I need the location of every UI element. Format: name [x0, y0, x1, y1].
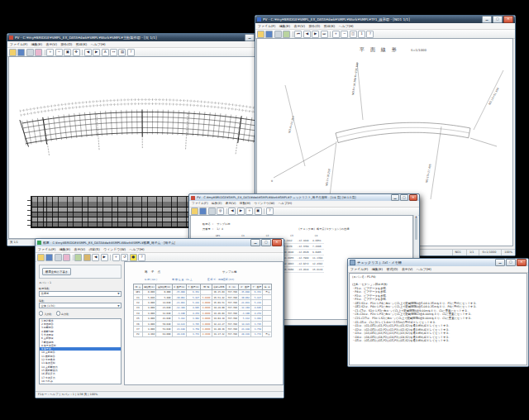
- notepad-titlebar[interactable]: チェックリスト.txt - メモ帳 ▁ ▢ ✕: [348, 259, 528, 266]
- notepad-minimize-button[interactable]: ▁: [495, 259, 505, 266]
- coords-scrollbar-thumb[interactable]: [415, 218, 418, 240]
- menu-item-e[interactable]: 編集(E): [60, 246, 70, 252]
- preview-icon[interactable]: [63, 254, 70, 261]
- fit-icon[interactable]: ▣: [255, 208, 262, 215]
- zoom-out-icon[interactable]: −: [55, 49, 63, 56]
- save-icon[interactable]: [265, 31, 273, 38]
- coords-minimize-button[interactable]: ▁: [391, 194, 399, 201]
- measure-icon[interactable]: ↔: [110, 49, 117, 56]
- prev-page-icon[interactable]: ◀: [228, 208, 236, 215]
- pv-titlebar[interactable]: PV - C:¥my¥BRIDGE¥SMPL_EX_DATA¥dwk¥SMPL¥…: [255, 16, 515, 23]
- text-icon[interactable]: A: [102, 49, 109, 56]
- open-icon[interactable]: [257, 31, 264, 38]
- zoom-icon[interactable]: +: [112, 254, 120, 261]
- paste-icon[interactable]: [83, 254, 91, 261]
- report-type-select[interactable]: 全体 (1/36) ▼: [39, 303, 122, 308]
- menu-item-f[interactable]: ファイル(F): [38, 246, 55, 252]
- open-icon[interactable]: [191, 208, 198, 215]
- pv-minimize-button[interactable]: ▁: [482, 16, 492, 23]
- pv-maximize-button[interactable]: ▢: [493, 16, 503, 23]
- menu-item-f[interactable]: ファイル(F): [350, 266, 368, 272]
- refresh-icon[interactable]: ↺: [121, 254, 128, 261]
- zoom-in-icon[interactable]: +: [46, 49, 54, 56]
- pan-icon[interactable]: ✥: [73, 49, 80, 56]
- report-item-list[interactable]: 1 設計条件2 平面線形3 縦断線形4 横断勾配5 支点配置6 主桁配置7 断面…: [39, 318, 122, 384]
- copy-icon[interactable]: [283, 31, 290, 38]
- cad-minimize-button[interactable]: ▁: [245, 34, 255, 41]
- zoom-fit-icon[interactable]: ▣: [64, 49, 71, 56]
- report-minimize-button[interactable]: ▁: [250, 239, 260, 246]
- report-close-button[interactable]: ✕: [272, 239, 282, 246]
- report-titlebar[interactable]: 帳票 - C:¥my¥BRIDGE¥SMPL_EX_DATA¥dwk¥SMPL¥…: [36, 239, 284, 246]
- menu-item-h[interactable]: ヘルプ(H): [130, 246, 145, 252]
- report-kind-select[interactable]: 座標系 ▼: [39, 291, 122, 297]
- next-page-icon[interactable]: ▶: [312, 31, 319, 38]
- copy-icon[interactable]: [74, 254, 82, 261]
- report-document[interactable]: 格 子 点 サンプル橋 G 線 ( G1 ) 断 面 位 置 : CL 上 座 …: [124, 261, 284, 385]
- next-page-icon[interactable]: ▶: [237, 208, 245, 215]
- menu-item-o[interactable]: 操作(O): [60, 41, 72, 47]
- menu-item-e[interactable]: 編集(E): [212, 201, 222, 207]
- menu-item-v[interactable]: 表示(V): [402, 266, 412, 272]
- menu-item-h[interactable]: ヘルプ(H): [91, 41, 106, 47]
- preview-icon[interactable]: [35, 49, 42, 56]
- next-page-icon[interactable]: ▶: [93, 49, 100, 56]
- zoom-out-icon[interactable]: −: [341, 31, 348, 38]
- next-icon[interactable]: ▶: [101, 254, 108, 261]
- notepad-text-area[interactable]: (スパン名 : P1-P4) (主桁・セクション設定方法)・P1は、ピアデータを…: [349, 273, 527, 365]
- cad-titlebar[interactable]: PV - C:¥my¥BRIDGE¥SMPL_EX_DATA¥dwk¥SMPL¥…: [7, 34, 278, 41]
- prev-page-icon[interactable]: ◀: [84, 49, 92, 56]
- save-icon[interactable]: [45, 254, 53, 261]
- open-icon[interactable]: [9, 49, 17, 56]
- help-icon[interactable]: ?: [138, 254, 145, 261]
- notepad-close-button[interactable]: ✕: [517, 259, 527, 266]
- find-icon[interactable]: ◎: [217, 208, 224, 215]
- menu-item-o[interactable]: 書式(O): [386, 266, 398, 272]
- menu-item-v[interactable]: 表示(V): [45, 41, 56, 47]
- menu-item-e[interactable]: 編集(E): [372, 266, 383, 272]
- mark-icon[interactable]: ●: [130, 254, 137, 261]
- menu-item-w[interactable]: ウィンドウ(W): [254, 201, 274, 207]
- order-input-radio[interactable]: 入力順: [39, 311, 52, 316]
- menu-item-v[interactable]: 表示(V): [293, 23, 304, 29]
- print-icon[interactable]: [274, 31, 282, 38]
- report-maximize-button[interactable]: ▢: [261, 239, 271, 246]
- menu-item-h[interactable]: ヘルプ(H): [417, 266, 431, 272]
- save-icon[interactable]: [199, 208, 207, 215]
- layer-icon[interactable]: ▤: [118, 49, 126, 56]
- menu-item-f[interactable]: ファイル(F): [10, 41, 27, 47]
- draft-print-button[interactable]: 帳票全般の下書き: [42, 268, 71, 275]
- order-output-radio[interactable]: 出力順: [56, 311, 69, 316]
- menu-item-o[interactable]: 操作(O): [308, 23, 320, 29]
- coords-close-button[interactable]: ✕: [409, 194, 417, 201]
- print-icon[interactable]: [208, 208, 216, 215]
- help-icon[interactable]: ?: [127, 49, 135, 56]
- prev-page-icon[interactable]: ◀: [303, 31, 311, 38]
- coords-titlebar[interactable]: PV - C:¥my¥BRIDGE¥SMPL_EX_DATA¥dwk¥SMPL¥…: [189, 194, 419, 201]
- menu-item-h[interactable]: ヘルプ(H): [279, 201, 293, 207]
- menu-item-k[interactable]: 罫線(K): [324, 23, 335, 29]
- coords-scroll-up-icon[interactable]: ▲: [414, 215, 418, 218]
- fit-width-icon[interactable]: ◫: [350, 31, 357, 38]
- menu-item-m[interactable]: 移動(M): [240, 201, 250, 207]
- save-icon[interactable]: [17, 49, 25, 56]
- help-icon[interactable]: ?: [366, 31, 374, 38]
- page-num-icon[interactable]: 1: [358, 31, 365, 38]
- print-icon[interactable]: [26, 49, 34, 56]
- first-page-icon[interactable]: ⏮: [294, 31, 302, 38]
- list-item[interactable]: 19 影響線: [40, 383, 121, 384]
- menu-item-e[interactable]: 編集(E): [31, 41, 42, 47]
- menu-item-w[interactable]: ウィンドウ(W): [103, 246, 126, 252]
- notepad-maximize-button[interactable]: ▢: [506, 259, 516, 266]
- zoom-icon[interactable]: +: [245, 208, 253, 215]
- prev-icon[interactable]: ◀: [92, 254, 99, 261]
- menu-item-f[interactable]: ファイル(F): [192, 201, 208, 207]
- menu-item-h[interactable]: ヘルプ(H): [339, 23, 354, 29]
- pv-close-button[interactable]: ✕: [503, 16, 513, 23]
- open-icon[interactable]: [37, 254, 45, 261]
- zoom-in-icon[interactable]: +: [332, 31, 340, 38]
- menu-item-f[interactable]: ファイル(F): [258, 23, 275, 29]
- last-page-icon[interactable]: ⏭: [321, 31, 328, 38]
- menu-item-e[interactable]: 編集(E): [279, 23, 290, 29]
- menu-item-v[interactable]: 表示(V): [226, 201, 236, 207]
